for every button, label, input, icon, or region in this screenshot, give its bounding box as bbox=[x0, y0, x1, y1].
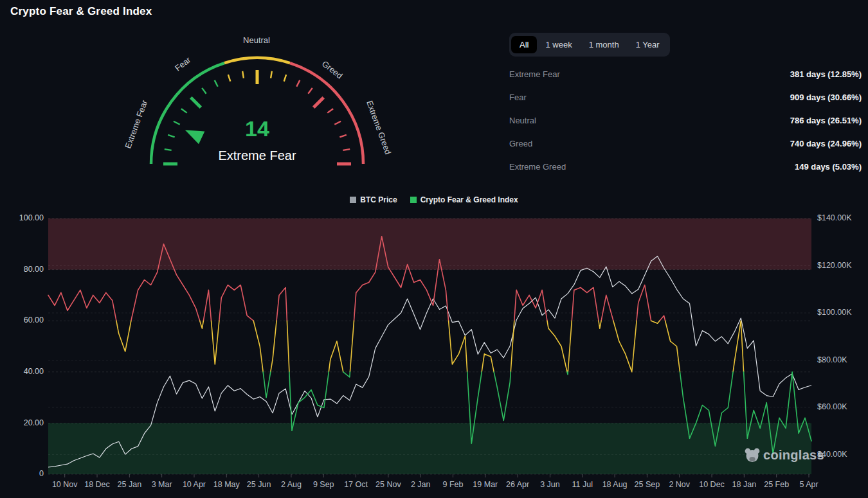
stat-value: 381 days (12.85%) bbox=[790, 69, 862, 79]
x-axis-tick: 25 Jun bbox=[247, 480, 271, 489]
gauge-value: 14 bbox=[245, 116, 269, 141]
x-axis-tick: 25 Sep bbox=[635, 480, 660, 489]
x-axis-tick: 10 Apr bbox=[183, 480, 206, 489]
gauge-zone-label: Greed bbox=[320, 58, 345, 80]
y-axis-right-tick: $80.00K bbox=[817, 355, 847, 364]
y-axis-right-tick: $100.00K bbox=[817, 308, 852, 317]
stat-row: Extreme Greed149 days (5.03%) bbox=[509, 155, 862, 178]
x-axis-tick: 2 Nov bbox=[669, 480, 690, 489]
range-tab-1-month[interactable]: 1 month bbox=[581, 36, 628, 53]
stat-label: Neutral bbox=[509, 116, 536, 125]
x-axis-tick: 10 Dec bbox=[699, 480, 725, 489]
gauge-status-label: Extreme Fear bbox=[218, 148, 296, 163]
stat-row: Greed740 days (24.96%) bbox=[509, 132, 862, 155]
legend-item[interactable]: Crypto Fear & Greed Index bbox=[410, 195, 518, 204]
x-axis-tick: 2 Jan bbox=[411, 480, 431, 489]
zone-stats-list: Extreme Fear381 days (12.85%)Fear909 day… bbox=[509, 62, 862, 178]
x-axis-tick: 10 Nov bbox=[52, 480, 78, 489]
stat-value: 740 days (24.96%) bbox=[790, 139, 862, 148]
y-axis-left-tick: 20.00 bbox=[24, 418, 44, 427]
stat-row: Neutral786 days (26.51%) bbox=[509, 109, 862, 132]
x-axis-tick: 3 Jun bbox=[540, 480, 560, 489]
x-axis-tick: 3 Mar bbox=[152, 480, 172, 489]
stat-label: Extreme Greed bbox=[509, 162, 566, 172]
x-axis-tick: 25 Nov bbox=[375, 480, 401, 489]
range-tab-1-week[interactable]: 1 week bbox=[537, 36, 580, 53]
stat-value: 149 days (5.03%) bbox=[795, 162, 862, 172]
legend-item[interactable]: BTC Price bbox=[350, 195, 397, 204]
x-axis-tick: 18 Jan bbox=[732, 480, 757, 489]
fear-greed-index-line bbox=[116, 321, 744, 372]
coinglass-watermark-text: coinglass bbox=[763, 448, 824, 463]
x-axis-tick: 2 Aug bbox=[281, 480, 302, 489]
stat-label: Extreme Fear bbox=[509, 69, 560, 79]
range-tab-1-year[interactable]: 1 Year bbox=[628, 36, 668, 53]
x-axis-tick: 26 Apr bbox=[506, 480, 529, 489]
y-axis-right-tick: $140.00K bbox=[817, 213, 852, 222]
coinglass-watermark: coinglass bbox=[743, 446, 824, 464]
y-axis-left-tick: 80.00 bbox=[24, 265, 44, 274]
x-axis-tick: 11 Jul bbox=[572, 480, 593, 489]
legend-swatch bbox=[350, 197, 356, 203]
x-axis-tick: 18 May bbox=[213, 480, 240, 489]
y-axis-right-tick: $120.00K bbox=[817, 261, 852, 270]
x-axis-tick: 9 Feb bbox=[443, 480, 464, 489]
stat-label: Greed bbox=[509, 139, 532, 148]
legend-swatch bbox=[410, 197, 417, 203]
stat-value: 909 days (30.66%) bbox=[790, 93, 862, 102]
gauge-zone-label: Extreme Fear bbox=[123, 98, 149, 150]
y-axis-left-tick: 40.00 bbox=[24, 367, 44, 376]
y-axis-left-tick: 100.00 bbox=[19, 213, 44, 222]
x-axis-tick: 9 Sep bbox=[313, 480, 334, 489]
page-title: Crypto Fear & Greed Index bbox=[10, 5, 152, 18]
y-axis-left-tick: 60.00 bbox=[24, 316, 44, 325]
chart-legend: BTC PriceCrypto Fear & Greed Index bbox=[0, 195, 868, 204]
stat-label: Fear bbox=[509, 93, 527, 102]
legend-label: BTC Price bbox=[360, 195, 397, 204]
x-axis-tick: 25 Jan bbox=[118, 480, 142, 489]
range-tab-all[interactable]: All bbox=[511, 36, 537, 53]
y-axis-right-tick: $60.00K bbox=[817, 402, 847, 411]
stat-row: Fear909 days (30.66%) bbox=[509, 85, 862, 109]
legend-label: Crypto Fear & Greed Index bbox=[420, 195, 518, 204]
stat-row: Extreme Fear381 days (12.85%) bbox=[509, 62, 862, 85]
y-axis-left-tick: 0 bbox=[39, 469, 44, 478]
gauge-zone-label: Neutral bbox=[243, 35, 270, 45]
x-axis-tick: 25 Feb bbox=[764, 480, 789, 489]
time-range-tabs: All1 week1 month1 Year bbox=[509, 33, 670, 57]
x-axis-tick: 18 Dec bbox=[84, 480, 110, 489]
x-axis-tick: 18 Aug bbox=[602, 480, 628, 489]
x-axis-tick: 19 Mar bbox=[473, 480, 498, 489]
gauge-zone-label: Fear bbox=[173, 55, 193, 73]
gauge-zone-label: Extreme Greed bbox=[365, 99, 393, 156]
stat-value: 786 days (26.51%) bbox=[790, 116, 862, 125]
x-axis-tick: 5 Apr bbox=[799, 480, 818, 489]
x-axis-tick: 17 Oct bbox=[344, 480, 368, 489]
coinglass-logo-icon bbox=[743, 446, 761, 464]
fear-greed-history-chart[interactable]: 100.0080.0060.0040.0020.000$140.00K$120.… bbox=[0, 212, 868, 498]
